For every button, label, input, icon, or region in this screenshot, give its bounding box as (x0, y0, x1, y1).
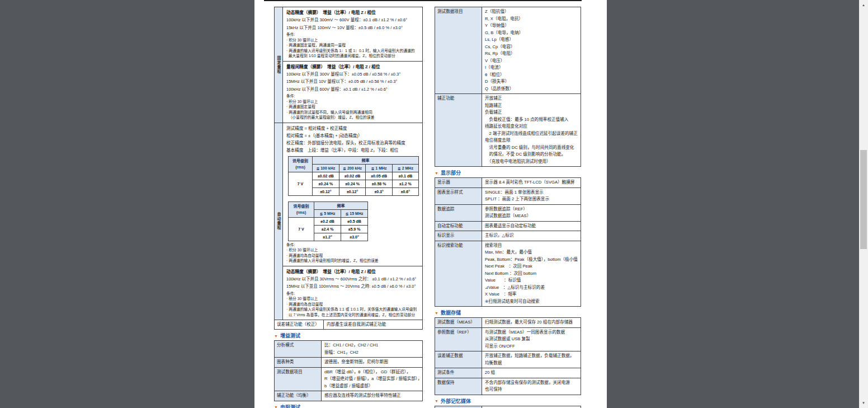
value-cell: ±1.2 % (392, 180, 418, 187)
section-marker-icon: ▼ (274, 405, 278, 408)
dynamic-accuracy-block: 动态精度（摘要） 增益（比率）/ 电阻 Z / 相位 100kHz 以下并且 3… (283, 7, 422, 61)
auto-range-main: 测试精度 = 相对精度 + 校正精度相对精度 = ±（|基本精度| + |动态精… (283, 123, 422, 266)
conditions-title: 条件: (286, 32, 419, 37)
row-value: 比：CH1 / CH2，CH2 / CH1振幅：CH1，CH2 (322, 341, 422, 357)
value-cell: ±0.12° (313, 187, 339, 195)
signal-level-text: 讯号级别 (294, 204, 309, 208)
value-cell: ±0.05 dB (366, 172, 392, 180)
text-line: · 两通道的测试量程不同，输入讯号级别两通道相同 (286, 110, 419, 115)
scrollbar-thumb[interactable] (860, 150, 867, 249)
text-line: 15MHz 以下并且 10V 量程以下：±0.05 dB / ±0.58 % /… (286, 78, 419, 86)
row-label: 测试数据项目 (435, 7, 482, 93)
basic-accuracy-table-low: 讯号级别(rms) 频率 ≦ 100 kHz ≦ 200 kHz ≦ 1 MHz… (288, 156, 419, 196)
value-line: 显示器 8.4 英吋彩色 TFT-LCD（SVGA）触摸屏 (485, 179, 578, 186)
value-line: Z（阻抗值） (485, 8, 578, 16)
table-row: 测试数据项目Z（阻抗值）R, X（电阻，电抗）Y（导纳值）G, B（电导，电纳）… (435, 7, 581, 93)
signal-level-unit: (rms) (295, 165, 305, 169)
section-marker-icon: ▼ (435, 398, 438, 404)
conditions-title: 条件: (286, 93, 419, 99)
value-cell: ±0.2 dB (314, 217, 341, 225)
row-label: 辅正功能（均衡） (275, 391, 322, 401)
section-header-display: ▼ 显示部分 (435, 170, 581, 176)
value-line: 2 端子测试时连线造成相位迟延引起误差的辅正 (485, 130, 578, 138)
spec-lines: 100kHz 以下并且 30Vrms ～ 600Vrms 之时： ±0.1 dB… (286, 275, 419, 290)
section-header-resistance-test: ▼ 电阻测试 (274, 405, 423, 408)
row-label: 图表显示样式 (435, 188, 482, 204)
value-line: 不含内部存储没有保存的测试数据，关闭电源 (485, 379, 578, 387)
value-line: b（增益虚部 / 振幅虚部） (324, 383, 419, 390)
section-title: 显示部分 (441, 170, 461, 176)
text-line: （小量程的的最大量程级别）增益，Z，相位的误差 (286, 115, 419, 120)
row-label: 测试数据（MEAS） (435, 318, 482, 327)
value-cell: ±0.5 dB (341, 217, 368, 225)
document-page: 固定量程 动态精度（摘要） 增益（比率）/ 电阻 Z / 相位 100kHz 以… (254, 0, 607, 408)
value-line: Q（品质係数） (485, 86, 578, 93)
text-line: 100kHz 以下并且 30Vrms ～ 600Vrms 之时： ±0.1 dB… (286, 275, 419, 283)
value-cell: ±5.9 % (341, 225, 368, 233)
value-line: 主标识，△标识 (485, 232, 578, 240)
block-title: 动态精度（摘要） 增益（比率）/ 电阻 Z / 相位 (286, 268, 419, 275)
section-header-external-media: ▼ 外部记忆媒体 (435, 398, 581, 405)
conditions-list: · 积分 30 循环以上· 两通道均為自动量程· 两通道的输入讯号级别相同时的增… (286, 247, 419, 264)
table-row: 误差辅正数据开放辅正数据，短路辅正数据，负载辅正数据，均衡数据 (435, 351, 581, 368)
row-label: 分析模式 (275, 341, 322, 357)
row-value: USB (482, 406, 581, 408)
table-row: 媒体USB (435, 406, 581, 408)
table-row: 测试数据项目dBR（增益 dB），θ（相位）， GD（群延迟），R（增益绝对值 … (275, 367, 422, 391)
text-line: · 积分 30 循环以上 (286, 99, 419, 105)
scroll-down-button[interactable]: ▼ (859, 400, 868, 406)
signal-level-header: 讯号级别(rms) (289, 156, 313, 172)
section-header-data-storage: ▼ 数据存储 (435, 310, 581, 316)
value-line: θ（相位） (485, 72, 578, 79)
signal-level-header: 讯号级别(rms) (289, 201, 314, 217)
value-line: 波德图，奈奎斯特图，尼柯尔斯图 (324, 359, 419, 366)
row-value: 主标识，△标识 (482, 231, 581, 241)
row-label: 标识显示 (435, 231, 482, 241)
value-line: 也可保持 (485, 386, 578, 393)
value-line: Y（导纳值） (485, 22, 578, 30)
row-label: 误差辅正功能（校正） (275, 320, 324, 329)
value-line: X Value ：频率 (485, 291, 578, 298)
value-cell: ±3.0° (341, 233, 368, 241)
row-value: SINGLE：画面 1 单张图表显示SPLIT ：画面 2 上下两张图表显示 (482, 188, 581, 204)
section-marker-icon: ▼ (274, 334, 278, 339)
accuracy-range-table: 固定量程 动态精度（摘要） 增益（比率）/ 电阻 Z / 相位 100kHz 以… (274, 7, 423, 330)
row-label: 辅正功能 (435, 94, 482, 166)
value-line: Cs, Cp（电容） (485, 44, 578, 51)
value-line: 20 组 (485, 369, 578, 377)
row-value: 波德图，奈奎斯特图，尼柯尔斯图 (322, 358, 422, 367)
text-line: 测试精度 = 相对精度 + 校正精度 (286, 125, 419, 132)
value-line: R（增益绝对值 / 振幅），a（增益实部 / 振幅实部）， (324, 376, 419, 383)
data-storage-table: 测试数据（MEAS）扫频测试数据，最大可保存 20 组在内部存储器参照数据（RE… (435, 317, 581, 395)
section-title: 外部记忆媒体 (441, 398, 471, 405)
row-value: 不含内部存储没有保存的测试数据，关闭电源也可保持 (482, 378, 581, 395)
gain-test-table: 分析模式比：CH1 / CH2，CH2 / CH1振幅：CH1，CH2图表种类波… (274, 340, 423, 401)
row-label: 参照数据（REF） (435, 328, 482, 351)
row-value: 开放辅正短路辅正负载辅正 负载校正值：最多 10 点的频率校正值输入线路延长电阻… (482, 94, 581, 166)
value-line: 开放辅正数据，短路辅正数据，负载辅正数据， (485, 353, 578, 360)
row-value: 20 组 (482, 368, 581, 378)
table-row: 数据保持不含内部存储没有保存的测试数据，关闭电源也可保持 (435, 378, 581, 395)
block-title: 量程间精度（摘要） 增益（比率）/ 电阻 Z / 相位 (286, 63, 419, 71)
text-line: · 两通道均為自动量程 (286, 302, 419, 307)
row-label: 自动定标功能 (435, 222, 482, 231)
value-cell: ±0.24 % (313, 180, 339, 187)
accuracy-formulas: 测试精度 = 相对精度 + 校正精度相对精度 = ±（|基本精度| + |动态精… (286, 125, 419, 154)
display-table: 显示器显示器 8.4 英吋彩色 TFT-LCD（SVGA）触摸屏图表显示样式SI… (435, 177, 581, 307)
freq-col-header: ≦ 200 kHz (339, 164, 366, 172)
value-line: dBR（增益 dB），θ（相位）， GD（群延迟）， (324, 369, 419, 376)
value-cell: ±0.02 dB (339, 172, 366, 180)
signal-level-text: 讯号级别 (293, 159, 308, 163)
text-line: 100kHz 以下并且 300V 量程以下：±0.05 dB / ±0.58 %… (286, 71, 419, 78)
scroll-up-button[interactable]: ▲ (859, 2, 868, 8)
auto-range-row: 自动量程 测试精度 = 相对精度 + 校正精度相对精度 = ±（|基本精度| +… (275, 123, 422, 320)
vertical-scrollbar[interactable]: ▲ ▼ (859, 0, 868, 408)
text-line: · 两通道固定量程 (286, 104, 419, 110)
previous-table-bottom-border (264, 0, 582, 1)
test-data-items-table: 测试数据项目Z（阻抗值）R, X（电阻，电抗）Y（导纳值）G, B（电导，电纳）… (435, 7, 581, 167)
table-row: 数据追踪参照数据追踪（REF）测试数据追踪（MEAS） (435, 204, 581, 221)
value-line: Value ：标识值 (485, 277, 578, 284)
value-line: 负载校正值：最多 10 点的频率校正值输入 (485, 116, 578, 124)
value-line: Peak, Bottom：Peak（极大值），bottom（极小值） (485, 256, 578, 264)
value-line: 搜索项目 (485, 242, 578, 250)
